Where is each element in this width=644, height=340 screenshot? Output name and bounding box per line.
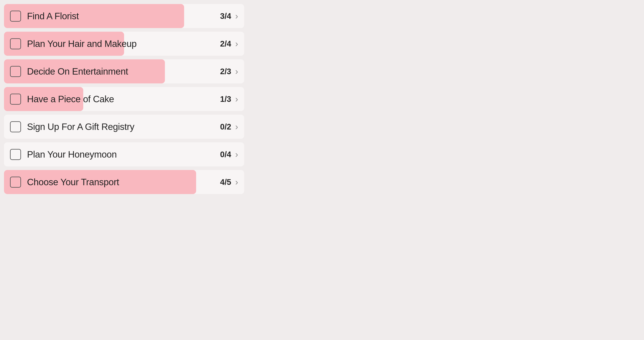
- chevron-icon[interactable]: ›: [235, 66, 238, 76]
- checklist-item-have-cake[interactable]: Have a Piece of Cake1/3›: [4, 87, 244, 111]
- checklist-item-transport[interactable]: Choose Your Transport4/5›: [4, 170, 244, 194]
- item-label: Sign Up For A Gift Registry: [27, 121, 220, 132]
- chevron-icon[interactable]: ›: [235, 39, 238, 49]
- checklist-item-find-a-florist[interactable]: Find A Florist3/4›: [4, 4, 244, 28]
- item-label: Plan Your Hair and Makeup: [27, 38, 220, 49]
- checkbox[interactable]: [10, 11, 21, 22]
- chevron-icon[interactable]: ›: [235, 122, 238, 132]
- checkbox[interactable]: [10, 121, 21, 132]
- checklist-container: Find A Florist3/4›Plan Your Hair and Mak…: [4, 4, 244, 194]
- chevron-icon[interactable]: ›: [235, 11, 238, 21]
- chevron-icon[interactable]: ›: [235, 94, 238, 104]
- checklist-item-decide-entertainment[interactable]: Decide On Entertainment2/3›: [4, 59, 244, 83]
- checkbox[interactable]: [10, 66, 21, 77]
- item-label: Find A Florist: [27, 11, 220, 22]
- checklist-item-honeymoon[interactable]: Plan Your Honeymoon0/4›: [4, 142, 244, 166]
- checklist-item-plan-hair-makeup[interactable]: Plan Your Hair and Makeup2/4›: [4, 32, 244, 56]
- chevron-icon[interactable]: ›: [235, 149, 238, 159]
- checkbox[interactable]: [10, 38, 21, 49]
- item-count: 3/4: [220, 12, 231, 21]
- checkbox[interactable]: [10, 149, 21, 160]
- checklist-item-gift-registry[interactable]: Sign Up For A Gift Registry0/2›: [4, 115, 244, 139]
- item-count: 2/4: [220, 39, 231, 48]
- item-label: Choose Your Transport: [27, 177, 220, 188]
- chevron-icon[interactable]: ›: [235, 177, 238, 187]
- item-label: Have a Piece of Cake: [27, 94, 220, 104]
- checkbox[interactable]: [10, 94, 21, 105]
- item-label: Plan Your Honeymoon: [27, 149, 220, 160]
- item-count: 0/2: [220, 122, 231, 131]
- item-count: 2/3: [220, 67, 231, 76]
- item-count: 1/3: [220, 95, 231, 104]
- item-count: 0/4: [220, 150, 231, 159]
- item-count: 4/5: [220, 178, 231, 187]
- checkbox[interactable]: [10, 177, 21, 188]
- item-label: Decide On Entertainment: [27, 66, 220, 77]
